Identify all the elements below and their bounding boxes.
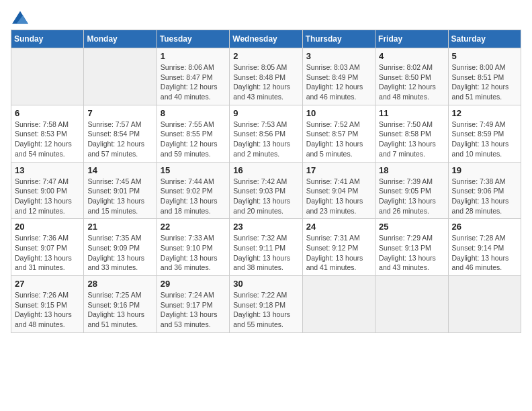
day-info: Sunrise: 7:50 AMSunset: 8:58 PMDaylight:… (379, 120, 444, 159)
day-header-saturday: Saturday (448, 30, 521, 48)
calendar-cell (375, 276, 448, 333)
calendar-table: SundayMondayTuesdayWednesdayThursdayFrid… (11, 30, 521, 333)
day-number: 28 (87, 279, 152, 289)
day-info: Sunrise: 7:31 AMSunset: 9:12 PMDaylight:… (306, 233, 371, 273)
day-number: 2 (233, 51, 298, 61)
day-number: 25 (379, 222, 444, 232)
day-number: 6 (15, 108, 80, 118)
day-number: 5 (452, 51, 517, 61)
day-info: Sunrise: 7:32 AMSunset: 9:11 PMDaylight:… (233, 233, 298, 273)
day-info: Sunrise: 7:25 AMSunset: 9:16 PMDaylight:… (87, 290, 152, 330)
day-number: 3 (306, 51, 371, 61)
day-number: 8 (161, 108, 226, 118)
calendar-cell: 2Sunrise: 8:05 AMSunset: 8:48 PMDaylight… (230, 48, 302, 105)
day-info: Sunrise: 7:57 AMSunset: 8:54 PMDaylight:… (87, 120, 152, 159)
day-info: Sunrise: 7:39 AMSunset: 9:05 PMDaylight:… (379, 177, 444, 216)
day-info: Sunrise: 7:52 AMSunset: 8:57 PMDaylight:… (306, 120, 371, 159)
calendar-cell: 29Sunrise: 7:24 AMSunset: 9:17 PMDayligh… (157, 276, 229, 333)
day-number: 12 (452, 108, 517, 118)
calendar-cell: 24Sunrise: 7:31 AMSunset: 9:12 PMDayligh… (302, 219, 375, 276)
day-number: 20 (15, 222, 80, 232)
day-info: Sunrise: 8:02 AMSunset: 8:50 PMDaylight:… (379, 62, 444, 102)
calendar-cell: 20Sunrise: 7:36 AMSunset: 9:07 PMDayligh… (11, 219, 84, 276)
day-number: 21 (87, 222, 152, 232)
day-number: 18 (379, 165, 444, 175)
day-info: Sunrise: 7:24 AMSunset: 9:17 PMDaylight:… (161, 290, 226, 330)
calendar-cell: 13Sunrise: 7:47 AMSunset: 9:00 PMDayligh… (11, 162, 84, 219)
day-info: Sunrise: 8:06 AMSunset: 8:47 PMDaylight:… (161, 62, 226, 102)
day-info: Sunrise: 8:03 AMSunset: 8:49 PMDaylight:… (306, 62, 371, 102)
calendar-cell: 19Sunrise: 7:38 AMSunset: 9:06 PMDayligh… (448, 162, 521, 219)
calendar-cell: 16Sunrise: 7:42 AMSunset: 9:03 PMDayligh… (230, 162, 302, 219)
day-header-friday: Friday (375, 30, 448, 48)
day-info: Sunrise: 7:44 AMSunset: 9:02 PMDaylight:… (161, 177, 226, 216)
day-header-wednesday: Wednesday (230, 30, 302, 48)
calendar-cell: 17Sunrise: 7:41 AMSunset: 9:04 PMDayligh… (302, 162, 375, 219)
day-number: 24 (306, 222, 371, 232)
day-number: 13 (15, 165, 80, 175)
calendar-cell (302, 276, 375, 333)
day-header-sunday: Sunday (11, 30, 84, 48)
day-number: 30 (233, 279, 298, 289)
day-number: 17 (306, 165, 371, 175)
day-info: Sunrise: 7:35 AMSunset: 9:09 PMDaylight:… (87, 233, 152, 273)
day-info: Sunrise: 7:26 AMSunset: 9:15 PMDaylight:… (15, 290, 80, 330)
day-info: Sunrise: 7:55 AMSunset: 8:55 PMDaylight:… (161, 120, 226, 159)
day-number: 14 (87, 165, 152, 175)
day-info: Sunrise: 7:45 AMSunset: 9:01 PMDaylight:… (87, 177, 152, 216)
calendar-cell: 27Sunrise: 7:26 AMSunset: 9:15 PMDayligh… (11, 276, 84, 333)
day-number: 29 (161, 279, 226, 289)
day-info: Sunrise: 7:49 AMSunset: 8:59 PMDaylight:… (452, 120, 517, 159)
day-info: Sunrise: 7:36 AMSunset: 9:07 PMDaylight:… (15, 233, 80, 273)
day-header-thursday: Thursday (302, 30, 375, 48)
day-info: Sunrise: 7:29 AMSunset: 9:13 PMDaylight:… (379, 233, 444, 273)
calendar-cell: 12Sunrise: 7:49 AMSunset: 8:59 PMDayligh… (448, 105, 521, 162)
header (11, 11, 521, 24)
calendar-cell (84, 48, 157, 105)
day-number: 22 (161, 222, 226, 232)
calendar-cell: 10Sunrise: 7:52 AMSunset: 8:57 PMDayligh… (302, 105, 375, 162)
calendar-cell: 7Sunrise: 7:57 AMSunset: 8:54 PMDaylight… (84, 105, 157, 162)
calendar-cell: 18Sunrise: 7:39 AMSunset: 9:05 PMDayligh… (375, 162, 448, 219)
day-number: 10 (306, 108, 371, 118)
day-info: Sunrise: 7:38 AMSunset: 9:06 PMDaylight:… (452, 177, 517, 216)
day-number: 9 (233, 108, 298, 118)
day-number: 1 (161, 51, 226, 61)
day-info: Sunrise: 7:22 AMSunset: 9:18 PMDaylight:… (233, 290, 298, 330)
day-number: 7 (87, 108, 152, 118)
calendar-cell: 30Sunrise: 7:22 AMSunset: 9:18 PMDayligh… (230, 276, 302, 333)
calendar-cell: 1Sunrise: 8:06 AMSunset: 8:47 PMDaylight… (157, 48, 229, 105)
day-number: 19 (452, 165, 517, 175)
day-info: Sunrise: 7:41 AMSunset: 9:04 PMDaylight:… (306, 177, 371, 216)
calendar-cell: 15Sunrise: 7:44 AMSunset: 9:02 PMDayligh… (157, 162, 229, 219)
calendar-cell: 6Sunrise: 7:58 AMSunset: 8:53 PMDaylight… (11, 105, 84, 162)
day-number: 23 (233, 222, 298, 232)
calendar-cell: 8Sunrise: 7:55 AMSunset: 8:55 PMDaylight… (157, 105, 229, 162)
day-number: 4 (379, 51, 444, 61)
calendar-cell: 3Sunrise: 8:03 AMSunset: 8:49 PMDaylight… (302, 48, 375, 105)
day-info: Sunrise: 8:05 AMSunset: 8:48 PMDaylight:… (233, 62, 298, 102)
day-info: Sunrise: 7:28 AMSunset: 9:14 PMDaylight:… (452, 233, 517, 273)
day-info: Sunrise: 7:33 AMSunset: 9:10 PMDaylight:… (161, 233, 226, 273)
calendar-cell: 25Sunrise: 7:29 AMSunset: 9:13 PMDayligh… (375, 219, 448, 276)
day-number: 27 (15, 279, 80, 289)
calendar-cell: 9Sunrise: 7:53 AMSunset: 8:56 PMDaylight… (230, 105, 302, 162)
calendar-cell (448, 276, 521, 333)
day-number: 16 (233, 165, 298, 175)
calendar-cell: 21Sunrise: 7:35 AMSunset: 9:09 PMDayligh… (84, 219, 157, 276)
calendar-cell (11, 48, 84, 105)
calendar-cell: 11Sunrise: 7:50 AMSunset: 8:58 PMDayligh… (375, 105, 448, 162)
day-info: Sunrise: 7:53 AMSunset: 8:56 PMDaylight:… (233, 120, 298, 159)
calendar-cell: 22Sunrise: 7:33 AMSunset: 9:10 PMDayligh… (157, 219, 229, 276)
day-number: 15 (161, 165, 226, 175)
day-header-tuesday: Tuesday (157, 30, 229, 48)
day-info: Sunrise: 7:47 AMSunset: 9:00 PMDaylight:… (15, 177, 80, 216)
logo-icon (12, 11, 28, 24)
calendar-cell: 26Sunrise: 7:28 AMSunset: 9:14 PMDayligh… (448, 219, 521, 276)
calendar-cell: 23Sunrise: 7:32 AMSunset: 9:11 PMDayligh… (230, 219, 302, 276)
logo (11, 11, 28, 24)
day-number: 26 (452, 222, 517, 232)
day-info: Sunrise: 8:00 AMSunset: 8:51 PMDaylight:… (452, 62, 517, 102)
calendar-cell: 5Sunrise: 8:00 AMSunset: 8:51 PMDaylight… (448, 48, 521, 105)
day-info: Sunrise: 7:42 AMSunset: 9:03 PMDaylight:… (233, 177, 298, 216)
